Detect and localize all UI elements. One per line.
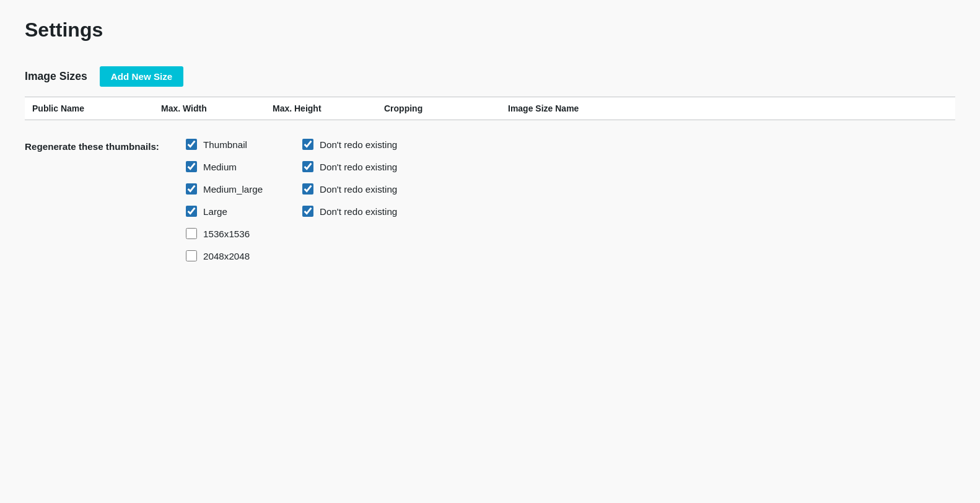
dont-redo-label-large[interactable]: Don't redo existing [302,206,397,217]
col-header-max-height: Max. Height [273,103,384,113]
thumbnails-grid: ThumbnailDon't redo existingMediumDon't … [186,139,397,261]
thumb-checkbox-label-medium[interactable]: Medium [186,161,278,172]
thumb-name-2048x2048: 2048x2048 [203,251,278,261]
regenerate-label: Regenerate these thumbnails: [25,139,161,152]
thumb-row: Medium_largeDon't redo existing [186,183,397,195]
thumb-checkbox-medium_large[interactable] [186,183,197,195]
thumb-checkbox-label-thumbnail[interactable]: Thumbnail [186,139,278,150]
dont-redo-text-medium_large: Don't redo existing [320,184,397,195]
regenerate-section: Regenerate these thumbnails: ThumbnailDo… [25,139,955,261]
dont-redo-label-medium_large[interactable]: Don't redo existing [302,183,397,195]
dont-redo-text-large: Don't redo existing [320,206,397,217]
page-title: Settings [25,19,955,42]
image-sizes-title: Image Sizes [25,70,87,83]
thumb-checkbox-2048x2048[interactable] [186,250,197,261]
thumb-row: MediumDon't redo existing [186,161,397,172]
col-header-cropping: Cropping [384,103,508,113]
dont-redo-checkbox-medium[interactable] [302,161,313,172]
col-header-public-name: Public Name [25,103,161,113]
thumb-name-large: Large [203,206,278,217]
thumb-name-thumbnail: Thumbnail [203,139,278,150]
thumb-name-1536x1536: 1536x1536 [203,229,278,239]
add-new-size-button[interactable]: Add New Size [100,66,184,87]
thumb-name-medium_large: Medium_large [203,184,278,195]
thumb-checkbox-large[interactable] [186,206,197,217]
thumb-checkbox-label-2048x2048[interactable]: 2048x2048 [186,250,278,261]
image-sizes-section-header: Image Sizes Add New Size [25,66,955,87]
col-header-image-size-name: Image Size Name [508,103,955,113]
thumb-row: ThumbnailDon't redo existing [186,139,397,150]
table-header: Public Name Max. Width Max. Height Cropp… [25,97,955,120]
dont-redo-checkbox-medium_large[interactable] [302,183,313,195]
thumb-checkbox-label-medium_large[interactable]: Medium_large [186,183,278,195]
dont-redo-checkbox-large[interactable] [302,206,313,217]
thumb-checkbox-thumbnail[interactable] [186,139,197,150]
thumb-row: LargeDon't redo existing [186,206,397,217]
thumb-name-medium: Medium [203,162,278,172]
dont-redo-text-thumbnail: Don't redo existing [320,139,397,150]
thumb-checkbox-label-1536x1536[interactable]: 1536x1536 [186,228,278,239]
dont-redo-label-medium[interactable]: Don't redo existing [302,161,397,172]
dont-redo-checkbox-thumbnail[interactable] [302,139,313,150]
col-header-max-width: Max. Width [161,103,273,113]
dont-redo-label-thumbnail[interactable]: Don't redo existing [302,139,397,150]
dont-redo-text-medium: Don't redo existing [320,162,397,172]
thumb-row: 1536x1536 [186,228,397,239]
thumb-checkbox-1536x1536[interactable] [186,228,197,239]
thumb-checkbox-medium[interactable] [186,161,197,172]
thumb-row: 2048x2048 [186,250,397,261]
thumb-checkbox-label-large[interactable]: Large [186,206,278,217]
